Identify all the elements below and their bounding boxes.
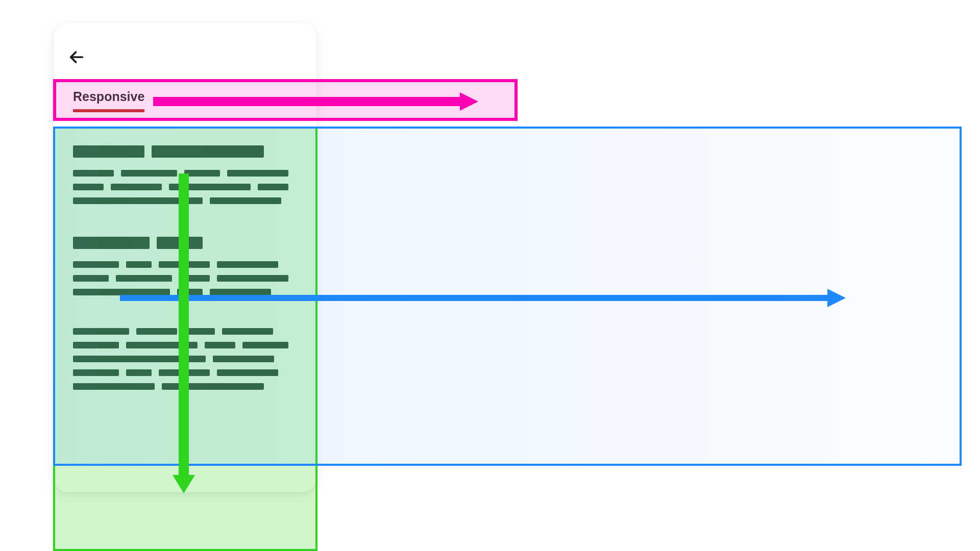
app-bar	[54, 23, 316, 74]
arrow-back-icon[interactable]	[68, 48, 85, 66]
blue-arrow-right-icon	[120, 295, 845, 301]
magenta-arrow-right-icon	[153, 97, 477, 106]
diagram-canvas: Responsive	[0, 0, 980, 551]
green-arrow-down-icon	[179, 173, 189, 492]
